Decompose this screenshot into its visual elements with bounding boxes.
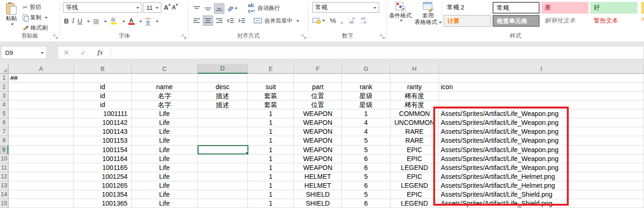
cell-B14[interactable]: 1001354 [74, 190, 132, 199]
cell-B15[interactable]: 1001365 [74, 199, 132, 208]
cell-I1[interactable] [439, 74, 644, 83]
cell-E12[interactable]: 1 [248, 172, 294, 181]
cell-I15[interactable]: Assets/Sprites/Artifact/Life_Shield.png [439, 199, 644, 208]
cell-F11[interactable]: WEAPON [294, 163, 342, 172]
cell-F13[interactable]: HELMET [294, 181, 342, 190]
cell-A1[interactable]: ## [8, 74, 74, 83]
cell-A9[interactable] [8, 146, 74, 154]
cell-D10[interactable] [198, 154, 248, 163]
orientation-button[interactable]: ab [225, 3, 239, 14]
cell-I13[interactable]: Assets/Sprites/Artifact/Life_Helmet.png [439, 181, 644, 190]
cell-D15[interactable] [198, 199, 248, 208]
cell-G11[interactable]: 6 [342, 163, 390, 172]
select-all-corner[interactable] [0, 64, 8, 74]
cell-F9[interactable]: WEAPON [294, 146, 342, 154]
cell-style-6[interactable]: 检查单元格 [493, 15, 540, 27]
cell-F8[interactable]: WEAPON [294, 136, 342, 145]
cell-G2[interactable]: rank [342, 83, 390, 92]
percent-style-button[interactable]: % [330, 16, 336, 24]
cell-style-5[interactable]: 计算 [444, 15, 491, 27]
increase-decimal-button[interactable]: ←.0 .00 [348, 17, 355, 24]
cell-D13[interactable] [198, 181, 248, 190]
cell-H8[interactable]: RARE [390, 136, 439, 145]
font-size-select[interactable]: 11 [143, 2, 161, 13]
formula-input[interactable] [113, 46, 644, 59]
cell-G6[interactable]: 4 [342, 118, 390, 127]
cell-D7[interactable] [198, 127, 248, 136]
cell-F3[interactable]: 位置 [294, 92, 342, 100]
cell-F5[interactable]: WEAPON [294, 109, 342, 118]
cell-E10[interactable]: 1 [248, 154, 294, 163]
cell-A13[interactable] [8, 181, 74, 190]
row-header-7[interactable]: 7 [0, 127, 8, 136]
cell-I5[interactable]: Assets/Sprites/Artifact/Life_Weapon.png [439, 109, 644, 118]
cell-G8[interactable]: 5 [342, 136, 390, 145]
cell-F6[interactable]: WEAPON [294, 118, 342, 127]
cell-H12[interactable]: EPIC [390, 172, 439, 181]
cell-B3[interactable]: id [74, 92, 132, 100]
row-header-2[interactable]: 2 [0, 83, 8, 92]
cell-D14[interactable] [198, 190, 248, 199]
formula-bar-resize-handle[interactable]: ⋮ [51, 48, 53, 57]
align-bottom-button[interactable] [214, 3, 224, 14]
cell-A3[interactable] [8, 92, 74, 100]
cell-B6[interactable]: 1001142 [74, 118, 132, 127]
cell-G12[interactable]: 5 [342, 172, 390, 181]
decrease-decimal-button[interactable]: .00 →.0 [359, 17, 366, 24]
name-box[interactable]: D9 [1, 46, 47, 59]
cell-C13[interactable]: Life [132, 181, 198, 190]
cell-E15[interactable]: 1 [248, 199, 294, 208]
font-dialog-launcher[interactable] [182, 34, 187, 39]
row-header-8[interactable]: 8 [0, 136, 8, 145]
column-header-D[interactable]: D [198, 64, 248, 74]
cell-A15[interactable] [8, 199, 74, 208]
cell-D3[interactable]: 描述 [198, 92, 248, 100]
cell-A7[interactable] [8, 127, 74, 136]
cell-I14[interactable]: Assets/Sprites/Artifact/Life_Shield.png [439, 190, 644, 199]
clipboard-dialog-launcher[interactable] [53, 34, 58, 39]
chevron-down-icon[interactable] [156, 21, 159, 24]
comma-style-button[interactable]: , [341, 18, 343, 23]
cell-A10[interactable] [8, 154, 74, 163]
cell-F7[interactable]: WEAPON [294, 127, 342, 136]
cell-G4[interactable]: 星级 [342, 100, 390, 109]
cell-F12[interactable]: HELMET [294, 172, 342, 181]
cell-G13[interactable]: 6 [342, 181, 390, 190]
column-header-H[interactable]: H [390, 64, 439, 74]
cell-C6[interactable]: Life [132, 118, 198, 127]
cell-B5[interactable]: 1001111 [74, 109, 132, 118]
alignment-dialog-launcher[interactable] [302, 34, 307, 39]
cell-F10[interactable]: WEAPON [294, 154, 342, 163]
cell-C2[interactable]: name [132, 83, 198, 92]
cancel-icon[interactable]: ✕ [58, 49, 75, 56]
paste-button[interactable]: 粘贴 [3, 2, 20, 32]
cell-H3[interactable]: 稀有度 [390, 92, 439, 100]
cell-C7[interactable]: Life [132, 127, 198, 136]
cell-C9[interactable]: Life [132, 146, 198, 154]
cell-E1[interactable] [248, 74, 294, 83]
cell-E7[interactable]: 1 [248, 127, 294, 136]
cell-I10[interactable]: Assets/Sprites/Artifact/Life_Weapon.png [439, 154, 644, 163]
cell-C11[interactable]: Life [132, 163, 198, 172]
cell-H9[interactable]: EPIC [390, 146, 439, 154]
cell-C5[interactable]: Life [132, 109, 198, 118]
number-dialog-launcher[interactable] [380, 34, 385, 39]
cell-B13[interactable]: 1001265 [74, 181, 132, 190]
column-header-B[interactable]: B [74, 64, 132, 74]
cell-style-1[interactable]: 常规 2 [444, 2, 491, 14]
cell-H15[interactable]: LEGEND [390, 199, 439, 208]
cell-B2[interactable]: id [74, 83, 132, 92]
cell-H5[interactable]: COMMON [390, 109, 439, 118]
cell-E13[interactable]: 1 [248, 181, 294, 190]
row-header-14[interactable]: 14 [0, 190, 8, 199]
row-header-4[interactable]: 4 [0, 100, 8, 109]
cell-F15[interactable]: SHIELD [294, 199, 342, 208]
align-right-button[interactable] [214, 15, 224, 26]
increase-font-size-button[interactable]: A▲ [163, 4, 169, 11]
chevron-down-icon[interactable] [139, 21, 142, 24]
conditional-formatting-button[interactable]: ≠ 条件格式 [388, 2, 413, 22]
cell-E6[interactable]: 1 [248, 118, 294, 127]
cell-H6[interactable]: UNCOMMON [390, 118, 439, 127]
cell-B10[interactable]: 1001164 [74, 154, 132, 163]
format-painter-button[interactable]: 格式刷 [23, 23, 48, 32]
